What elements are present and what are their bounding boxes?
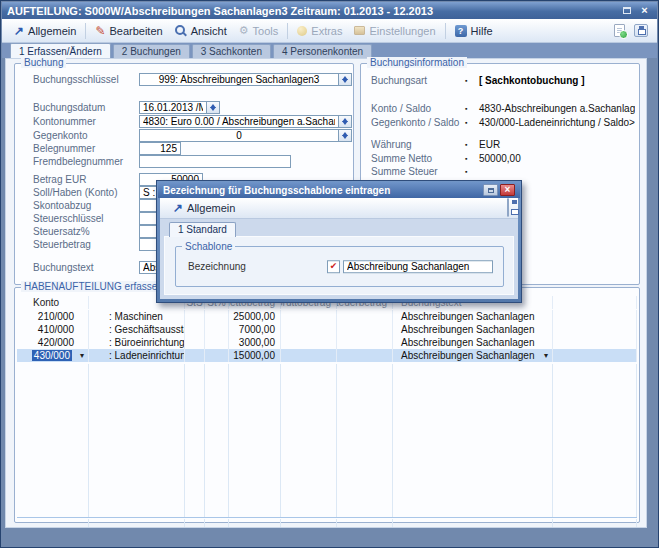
table-row[interactable]: 210/000 : Maschinen 25000,00 Abschreibun… [17,310,637,323]
info-label: Konto / Saldo [371,103,465,114]
bullet-icon [465,168,479,175]
bullet-icon [465,105,479,112]
menubar: Allgemein Bearbeiten Ansicht Tools Extra… [2,19,657,43]
info-value: EUR [479,139,500,150]
schablone-group-label: Schablone [182,241,235,252]
cell-konto-nr: 410/000 [17,323,89,336]
menu-separator [85,23,86,39]
info-row-buchungsart: Buchungsart [ Sachkontobuchung ] [371,74,635,87]
menu-ansicht[interactable]: Ansicht [169,23,233,39]
cell-konto-name: : Maschinen [89,310,185,323]
close-icon [641,5,647,16]
settings-icon [354,26,365,35]
spinner-icon[interactable] [207,101,220,114]
tabstrip: 1 Erfassen/Ändern 2 Buchungen 3 Sachkont… [2,43,657,58]
menu-label: Allgemein [28,25,76,37]
field-label: Soll/Haben (Konto) [33,187,139,198]
menu-hilfe[interactable]: Hilfe [449,23,499,39]
info-row-konto-saldo: Konto / Saldo 4830-Abschreibungen a.Sach… [371,102,635,115]
menu-einstellungen[interactable]: Einstellungen [348,23,441,39]
field-label: Kontonummer [33,116,139,127]
magnifier-icon [175,25,187,37]
tab-erfassen-aendern[interactable]: 1 Erfassen/Ändern [10,43,111,58]
save-icon[interactable] [634,24,648,37]
toolbar-right [614,24,651,37]
dialog-menu-allgemein[interactable]: Allgemein [169,201,239,215]
dialog-body: 1 Standard Schablone Bezeichnung [160,219,518,299]
kontonummer-combo [139,115,352,128]
spinner-icon[interactable] [339,129,352,142]
info-value: 430/000-Ladeneinrichtung / Saldo>> 0.00 … [479,117,635,128]
menu-bearbeiten[interactable]: Bearbeiten [89,23,168,39]
fremdbelegnummer-input[interactable] [139,155,291,168]
dialog-close-button[interactable] [500,184,515,196]
dialog-tab-panel: Schablone Bezeichnung [164,236,514,295]
cell-nettobetrag: 3000,00 [229,336,281,349]
info-label: Währung [371,139,465,150]
cell-buchungstext: Abschreibungen Sachanlagen [393,323,553,336]
cell-konto-name: : Büroeinrichtung [89,336,185,349]
col-konto[interactable]: Konto [17,296,89,309]
field-label: Steuerbetrag [33,239,139,250]
bullet-icon [465,155,479,162]
habenaufteilung-panel: HABENAUFTEILUNG erfassen Konto StS St% N… [14,287,640,523]
dialog-tab-standard[interactable]: 1 Standard [169,222,236,237]
gegenkonto-combo [139,129,352,142]
field-gegenkonto: Gegenkonto [33,128,347,142]
close-button[interactable] [637,4,652,17]
field-label: Betrag EUR [33,174,139,185]
spinner-icon[interactable] [339,115,352,128]
tab-personenkonten[interactable]: 4 Personenkonten [273,44,372,58]
save-icon[interactable] [507,198,509,217]
tab-buchungen[interactable]: 2 Buchungen [113,44,190,58]
tab-sachkonten[interactable]: 3 Sachkonten [192,44,271,58]
selected-konto-value[interactable]: 430/000 [32,350,72,361]
field-label: Fremdbelegnummer [33,156,139,167]
info-value: 50000,00 [479,153,521,164]
bezeichnung-field: Bezeichnung [188,260,493,273]
menu-label: Bearbeiten [109,25,162,37]
table-row[interactable]: 410/000 : Geschäftsausstat 7000,00 Absch… [17,323,637,336]
table-row[interactable]: 420/000 : Büroeinrichtung 3000,00 Abschr… [17,336,637,349]
buchungsdatum-input[interactable] [139,101,207,114]
schablone-group: Schablone Bezeichnung [175,246,504,287]
field-label: Belegnummer [33,143,139,154]
table-row-selected[interactable]: 430/000 : Ladeneinrichtung 15000,00 Absc… [17,349,637,362]
menu-label: Allgemein [187,202,235,214]
field-label: Skontoabzug [33,200,139,211]
dialog-toolbar-right [507,199,509,217]
restore-button[interactable] [619,4,634,17]
buchung-panel-label: Buchung [21,57,66,68]
cell-konto-name: : Geschäftsausstat [89,323,185,336]
gegenkonto-input[interactable] [139,129,339,142]
bullet-icon [465,119,479,126]
arrow-ne-icon [14,25,24,37]
info-value: [ Sachkontobuchung ] [479,75,585,86]
info-label: Summe Netto [371,153,465,164]
dropdown-arrow-icon[interactable] [544,352,548,360]
bullet-icon [465,77,479,84]
dialog-restore-button[interactable] [483,184,498,196]
kontonummer-input[interactable] [139,115,339,128]
new-document-icon[interactable] [614,24,625,37]
menu-extras[interactable]: Extras [291,23,348,39]
info-label: Buchungsart [371,75,465,86]
empty-grid-area [17,364,637,517]
buchungsdatum-combo [139,101,220,114]
menu-separator [287,23,288,39]
bezeichnung-label: Bezeichnung [188,261,246,272]
bezeichnung-input[interactable] [343,260,493,273]
dropdown-arrow-icon[interactable] [80,352,84,360]
cell-konto-nr: 420/000 [17,336,89,349]
field-kontonummer: Kontonummer [33,114,347,128]
titlebar: AUFTEILUNG: S000W/Abschreibungen Sachanl… [2,2,657,19]
edit-icon [95,25,105,37]
menu-allgemein[interactable]: Allgemein [8,23,82,39]
check-icon[interactable] [327,260,340,273]
spinner-icon[interactable] [339,73,352,86]
belegnummer-input[interactable] [139,142,181,155]
menu-tools[interactable]: Tools [233,23,285,39]
info-panel-label: Buchungsinformation [367,57,467,68]
buchungsschluessel-input[interactable] [139,73,339,86]
menu-separator [445,23,446,39]
